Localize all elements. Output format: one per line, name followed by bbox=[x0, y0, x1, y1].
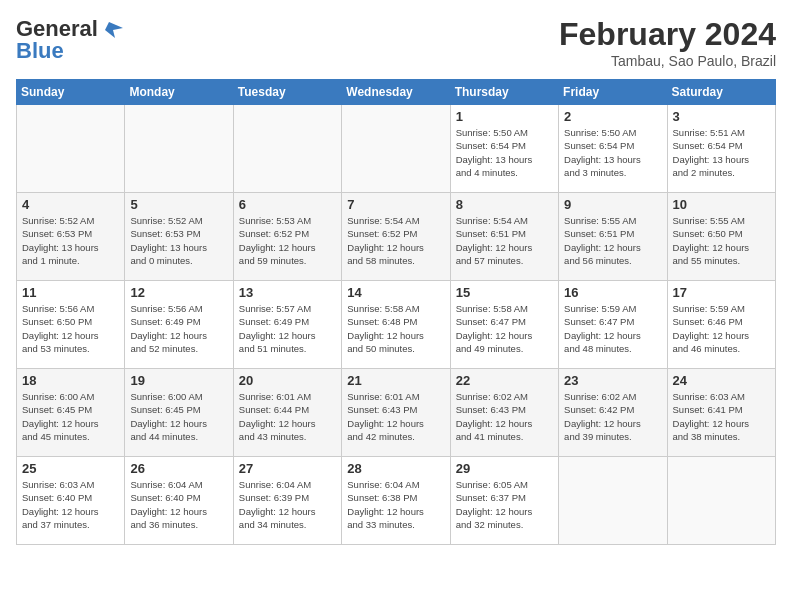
day-number: 4 bbox=[22, 197, 119, 212]
calendar-cell: 26Sunrise: 6:04 AM Sunset: 6:40 PM Dayli… bbox=[125, 457, 233, 545]
day-number: 26 bbox=[130, 461, 227, 476]
day-number: 6 bbox=[239, 197, 336, 212]
calendar-cell bbox=[667, 457, 775, 545]
day-number: 11 bbox=[22, 285, 119, 300]
day-info: Sunrise: 6:00 AM Sunset: 6:45 PM Dayligh… bbox=[130, 390, 227, 443]
calendar-cell: 12Sunrise: 5:56 AM Sunset: 6:49 PM Dayli… bbox=[125, 281, 233, 369]
day-info: Sunrise: 6:01 AM Sunset: 6:44 PM Dayligh… bbox=[239, 390, 336, 443]
calendar-cell: 7Sunrise: 5:54 AM Sunset: 6:52 PM Daylig… bbox=[342, 193, 450, 281]
day-info: Sunrise: 5:56 AM Sunset: 6:49 PM Dayligh… bbox=[130, 302, 227, 355]
weekday-header: Wednesday bbox=[342, 80, 450, 105]
day-info: Sunrise: 5:54 AM Sunset: 6:52 PM Dayligh… bbox=[347, 214, 444, 267]
day-number: 8 bbox=[456, 197, 553, 212]
day-number: 24 bbox=[673, 373, 770, 388]
month-title: February 2024 bbox=[559, 16, 776, 53]
calendar-cell: 10Sunrise: 5:55 AM Sunset: 6:50 PM Dayli… bbox=[667, 193, 775, 281]
calendar-header-row: SundayMondayTuesdayWednesdayThursdayFrid… bbox=[17, 80, 776, 105]
day-number: 21 bbox=[347, 373, 444, 388]
day-info: Sunrise: 6:02 AM Sunset: 6:43 PM Dayligh… bbox=[456, 390, 553, 443]
day-info: Sunrise: 5:58 AM Sunset: 6:47 PM Dayligh… bbox=[456, 302, 553, 355]
calendar-cell: 11Sunrise: 5:56 AM Sunset: 6:50 PM Dayli… bbox=[17, 281, 125, 369]
day-info: Sunrise: 5:55 AM Sunset: 6:50 PM Dayligh… bbox=[673, 214, 770, 267]
day-info: Sunrise: 5:50 AM Sunset: 6:54 PM Dayligh… bbox=[564, 126, 661, 179]
calendar-cell: 23Sunrise: 6:02 AM Sunset: 6:42 PM Dayli… bbox=[559, 369, 667, 457]
page-header: General Blue February 2024 Tambau, Sao P… bbox=[16, 16, 776, 69]
day-info: Sunrise: 6:00 AM Sunset: 6:45 PM Dayligh… bbox=[22, 390, 119, 443]
day-number: 13 bbox=[239, 285, 336, 300]
day-number: 22 bbox=[456, 373, 553, 388]
location: Tambau, Sao Paulo, Brazil bbox=[559, 53, 776, 69]
day-info: Sunrise: 5:53 AM Sunset: 6:52 PM Dayligh… bbox=[239, 214, 336, 267]
day-number: 5 bbox=[130, 197, 227, 212]
day-info: Sunrise: 5:52 AM Sunset: 6:53 PM Dayligh… bbox=[130, 214, 227, 267]
calendar-cell: 2Sunrise: 5:50 AM Sunset: 6:54 PM Daylig… bbox=[559, 105, 667, 193]
calendar-cell: 18Sunrise: 6:00 AM Sunset: 6:45 PM Dayli… bbox=[17, 369, 125, 457]
calendar-cell: 20Sunrise: 6:01 AM Sunset: 6:44 PM Dayli… bbox=[233, 369, 341, 457]
calendar-week-row: 25Sunrise: 6:03 AM Sunset: 6:40 PM Dayli… bbox=[17, 457, 776, 545]
day-info: Sunrise: 5:51 AM Sunset: 6:54 PM Dayligh… bbox=[673, 126, 770, 179]
day-info: Sunrise: 5:56 AM Sunset: 6:50 PM Dayligh… bbox=[22, 302, 119, 355]
day-number: 3 bbox=[673, 109, 770, 124]
day-number: 10 bbox=[673, 197, 770, 212]
calendar-week-row: 4Sunrise: 5:52 AM Sunset: 6:53 PM Daylig… bbox=[17, 193, 776, 281]
day-info: Sunrise: 5:57 AM Sunset: 6:49 PM Dayligh… bbox=[239, 302, 336, 355]
weekday-header: Monday bbox=[125, 80, 233, 105]
day-number: 23 bbox=[564, 373, 661, 388]
day-number: 25 bbox=[22, 461, 119, 476]
logo: General Blue bbox=[16, 16, 123, 64]
calendar-cell: 17Sunrise: 5:59 AM Sunset: 6:46 PM Dayli… bbox=[667, 281, 775, 369]
calendar-cell: 9Sunrise: 5:55 AM Sunset: 6:51 PM Daylig… bbox=[559, 193, 667, 281]
weekday-header: Thursday bbox=[450, 80, 558, 105]
day-info: Sunrise: 5:50 AM Sunset: 6:54 PM Dayligh… bbox=[456, 126, 553, 179]
day-number: 27 bbox=[239, 461, 336, 476]
day-info: Sunrise: 6:04 AM Sunset: 6:40 PM Dayligh… bbox=[130, 478, 227, 531]
calendar-cell: 3Sunrise: 5:51 AM Sunset: 6:54 PM Daylig… bbox=[667, 105, 775, 193]
weekday-header: Friday bbox=[559, 80, 667, 105]
day-info: Sunrise: 6:04 AM Sunset: 6:38 PM Dayligh… bbox=[347, 478, 444, 531]
day-number: 7 bbox=[347, 197, 444, 212]
calendar-cell: 1Sunrise: 5:50 AM Sunset: 6:54 PM Daylig… bbox=[450, 105, 558, 193]
day-number: 9 bbox=[564, 197, 661, 212]
calendar-cell: 27Sunrise: 6:04 AM Sunset: 6:39 PM Dayli… bbox=[233, 457, 341, 545]
calendar-week-row: 18Sunrise: 6:00 AM Sunset: 6:45 PM Dayli… bbox=[17, 369, 776, 457]
day-number: 14 bbox=[347, 285, 444, 300]
day-number: 2 bbox=[564, 109, 661, 124]
calendar-cell: 14Sunrise: 5:58 AM Sunset: 6:48 PM Dayli… bbox=[342, 281, 450, 369]
day-number: 15 bbox=[456, 285, 553, 300]
calendar-cell bbox=[342, 105, 450, 193]
calendar-cell: 24Sunrise: 6:03 AM Sunset: 6:41 PM Dayli… bbox=[667, 369, 775, 457]
calendar-cell bbox=[125, 105, 233, 193]
calendar-cell: 28Sunrise: 6:04 AM Sunset: 6:38 PM Dayli… bbox=[342, 457, 450, 545]
day-info: Sunrise: 6:01 AM Sunset: 6:43 PM Dayligh… bbox=[347, 390, 444, 443]
day-info: Sunrise: 5:55 AM Sunset: 6:51 PM Dayligh… bbox=[564, 214, 661, 267]
calendar-cell bbox=[233, 105, 341, 193]
calendar-body: 1Sunrise: 5:50 AM Sunset: 6:54 PM Daylig… bbox=[17, 105, 776, 545]
day-info: Sunrise: 6:02 AM Sunset: 6:42 PM Dayligh… bbox=[564, 390, 661, 443]
svg-marker-0 bbox=[105, 22, 123, 38]
day-number: 20 bbox=[239, 373, 336, 388]
calendar-table: SundayMondayTuesdayWednesdayThursdayFrid… bbox=[16, 79, 776, 545]
weekday-header: Sunday bbox=[17, 80, 125, 105]
weekday-header: Tuesday bbox=[233, 80, 341, 105]
logo-bird-icon bbox=[101, 20, 123, 38]
day-number: 12 bbox=[130, 285, 227, 300]
day-number: 28 bbox=[347, 461, 444, 476]
calendar-cell: 6Sunrise: 5:53 AM Sunset: 6:52 PM Daylig… bbox=[233, 193, 341, 281]
calendar-cell: 16Sunrise: 5:59 AM Sunset: 6:47 PM Dayli… bbox=[559, 281, 667, 369]
calendar-cell: 29Sunrise: 6:05 AM Sunset: 6:37 PM Dayli… bbox=[450, 457, 558, 545]
day-number: 29 bbox=[456, 461, 553, 476]
day-info: Sunrise: 5:59 AM Sunset: 6:47 PM Dayligh… bbox=[564, 302, 661, 355]
day-info: Sunrise: 6:03 AM Sunset: 6:40 PM Dayligh… bbox=[22, 478, 119, 531]
day-info: Sunrise: 5:59 AM Sunset: 6:46 PM Dayligh… bbox=[673, 302, 770, 355]
day-info: Sunrise: 6:04 AM Sunset: 6:39 PM Dayligh… bbox=[239, 478, 336, 531]
calendar-cell bbox=[17, 105, 125, 193]
day-number: 16 bbox=[564, 285, 661, 300]
day-number: 1 bbox=[456, 109, 553, 124]
day-info: Sunrise: 5:58 AM Sunset: 6:48 PM Dayligh… bbox=[347, 302, 444, 355]
calendar-week-row: 1Sunrise: 5:50 AM Sunset: 6:54 PM Daylig… bbox=[17, 105, 776, 193]
calendar-cell bbox=[559, 457, 667, 545]
calendar-cell: 4Sunrise: 5:52 AM Sunset: 6:53 PM Daylig… bbox=[17, 193, 125, 281]
calendar-cell: 13Sunrise: 5:57 AM Sunset: 6:49 PM Dayli… bbox=[233, 281, 341, 369]
calendar-cell: 15Sunrise: 5:58 AM Sunset: 6:47 PM Dayli… bbox=[450, 281, 558, 369]
day-info: Sunrise: 6:05 AM Sunset: 6:37 PM Dayligh… bbox=[456, 478, 553, 531]
